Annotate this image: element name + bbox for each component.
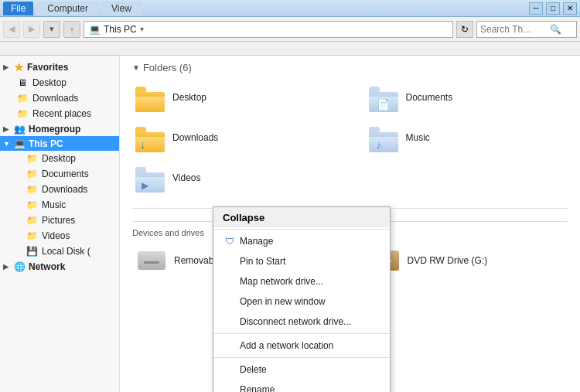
context-menu-openwindow[interactable]: Open in new window xyxy=(213,291,390,312)
context-menu-disconnect[interactable]: Disconnect network drive... xyxy=(213,312,390,332)
folder-desktop[interactable]: Desktop xyxy=(132,80,335,115)
desktop-folder-icon xyxy=(135,83,166,112)
folder-documents[interactable]: 📄 Documents xyxy=(366,80,568,115)
folders-header: ▼ Folders (6) xyxy=(132,62,568,73)
context-menu-delete[interactable]: Delete xyxy=(213,360,390,380)
sidebar-item-localdisk-pc[interactable]: 💾 Local Disk ( xyxy=(0,244,119,259)
dropdown-button[interactable]: ▾ xyxy=(43,21,60,38)
search-box[interactable]: 🔍 xyxy=(476,21,577,38)
forward-button[interactable]: ▶ xyxy=(23,21,40,38)
up-button[interactable]: ↑ xyxy=(63,21,80,38)
sidebar-item-pictures-pc[interactable]: 📁 Pictures xyxy=(0,213,119,228)
device-dvd[interactable]: DVD DVD RW Drive (G:) xyxy=(366,244,568,278)
sidebar-item-downloads-fav[interactable]: 📁 Downloads xyxy=(0,90,119,106)
sidebar-item-music-pc[interactable]: 📁 Music xyxy=(0,197,119,213)
refresh-button[interactable]: ↻ xyxy=(456,21,473,38)
sidebar-downloads-fav-label: Downloads xyxy=(32,93,78,104)
context-menu-addlocation[interactable]: Add a network location xyxy=(213,336,390,356)
documents-pc-icon: 📁 xyxy=(25,168,39,180)
thispc-icon: 💻 xyxy=(14,138,26,149)
folder-videos[interactable]: ▶ Videos xyxy=(132,160,335,196)
documents-folder-label: Documents xyxy=(406,92,453,103)
music-folder-icon: ♪ xyxy=(369,123,400,152)
folder-music[interactable]: ♪ Music xyxy=(366,120,568,155)
sidebar-item-desktop-fav[interactable]: 🖥 Desktop xyxy=(0,75,119,90)
sidebar-item-desktop-pc[interactable]: 📁 Desktop xyxy=(0,151,119,166)
address-bar: ◀ ▶ ▾ ↑ 💻 This PC ▾ ↻ 🔍 xyxy=(0,17,580,42)
videos-folder-label: Videos xyxy=(172,172,200,183)
homegroup-header[interactable]: ▶ 👥 Homegroup xyxy=(0,121,119,136)
context-menu: Collapse 🛡 Manage Pin to Start Map netwo… xyxy=(213,206,391,392)
file-tab[interactable]: File xyxy=(3,2,33,15)
sidebar-item-downloads-pc[interactable]: 📁 Downloads xyxy=(0,182,119,197)
minimize-button[interactable]: ─ xyxy=(529,2,543,15)
homegroup-icon: 👥 xyxy=(14,124,26,135)
sidebar-desktop-fav-label: Desktop xyxy=(32,77,67,88)
dvd-label: DVD RW Drive (G:) xyxy=(408,255,488,266)
close-button[interactable]: ✕ xyxy=(563,2,577,15)
content-area: ▼ Folders (6) Desktop 📄 xyxy=(120,56,580,392)
address-text: This PC xyxy=(104,24,137,35)
downloads-fav-icon: 📁 xyxy=(15,92,29,104)
address-input[interactable]: 💻 This PC ▾ xyxy=(84,21,453,38)
context-menu-manage[interactable]: 🛡 Manage xyxy=(213,231,390,251)
context-menu-mapnetwork[interactable]: Map network drive... xyxy=(213,271,390,291)
videos-pc-icon: 📁 xyxy=(25,230,39,242)
documents-folder-icon: 📄 xyxy=(369,83,400,112)
network-label: Network xyxy=(29,261,65,272)
context-menu-sep2 xyxy=(213,333,390,334)
sidebar-recent-label: Recent places xyxy=(32,108,91,119)
recent-icon: 📁 xyxy=(15,107,29,120)
shield-menu-icon: 🛡 xyxy=(223,236,237,247)
context-menu-pin[interactable]: Pin to Start xyxy=(213,251,390,271)
localdisk-pc-icon: 💾 xyxy=(25,245,39,257)
back-button[interactable]: ◀ xyxy=(3,21,20,38)
favorites-header[interactable]: ▶ ★ Favorites xyxy=(0,59,119,75)
pictures-pc-icon: 📁 xyxy=(25,214,39,227)
sidebar-pictures-pc-label: Pictures xyxy=(42,215,75,226)
desktop-folder-label: Desktop xyxy=(172,92,206,103)
context-menu-collapse[interactable]: Collapse xyxy=(213,207,390,227)
view-tab[interactable]: View xyxy=(101,2,142,15)
network-expand-icon: ▶ xyxy=(3,263,12,271)
desktop-pc-icon: 📁 xyxy=(25,152,39,165)
sidebar-videos-pc-label: Videos xyxy=(42,230,70,241)
favorites-label: Favorites xyxy=(27,62,68,73)
thispc-label: This PC xyxy=(29,138,63,149)
search-icon: 🔍 xyxy=(550,24,561,35)
sidebar-music-pc-label: Music xyxy=(42,199,66,210)
computer-tab[interactable]: Computer xyxy=(36,2,99,15)
thispc-expand-icon: ▼ xyxy=(3,140,12,148)
music-folder-label: Music xyxy=(406,132,430,143)
title-bar: File Computer View ─ □ ✕ xyxy=(0,0,580,17)
sidebar-item-documents-pc[interactable]: 📁 Documents xyxy=(0,166,119,182)
sidebar: ▶ ★ Favorites 🖥 Desktop 📁 Downloads 📁 Re… xyxy=(0,56,120,392)
context-menu-sep1 xyxy=(213,229,390,230)
ribbon xyxy=(0,42,580,56)
sidebar-documents-pc-label: Documents xyxy=(42,169,89,179)
thispc-header[interactable]: ▼ 💻 This PC xyxy=(0,136,119,151)
folders-header-text: Folders (6) xyxy=(143,62,192,73)
sidebar-desktop-pc-label: Desktop xyxy=(42,153,76,164)
search-input[interactable] xyxy=(480,24,550,35)
homegroup-label: Homegroup xyxy=(29,124,80,135)
sidebar-item-videos-pc[interactable]: 📁 Videos xyxy=(0,228,119,244)
favorites-expand-icon: ▶ xyxy=(3,63,12,71)
videos-folder-icon: ▶ xyxy=(135,163,166,193)
star-icon: ★ xyxy=(14,61,24,73)
sidebar-downloads-pc-label: Downloads xyxy=(42,184,87,195)
context-menu-rename[interactable]: Rename xyxy=(213,380,390,392)
network-header[interactable]: ▶ 🌐 Network xyxy=(0,259,119,274)
folder-downloads[interactable]: ↓ Downloads xyxy=(132,120,335,155)
network-icon: 🌐 xyxy=(14,261,26,272)
context-menu-sep3 xyxy=(213,357,390,358)
downloads-pc-icon: 📁 xyxy=(25,183,39,196)
downloads-folder-icon: ↓ xyxy=(135,123,166,152)
sidebar-localdisk-pc-label: Local Disk ( xyxy=(42,246,90,257)
desktop-icon: 🖥 xyxy=(15,77,29,89)
sidebar-item-recent[interactable]: 📁 Recent places xyxy=(0,106,119,121)
music-pc-icon: 📁 xyxy=(25,199,39,211)
main-area: ▶ ★ Favorites 🖥 Desktop 📁 Downloads 📁 Re… xyxy=(0,56,580,392)
maximize-button[interactable]: □ xyxy=(546,2,560,15)
address-arrow: ▾ xyxy=(140,25,144,33)
